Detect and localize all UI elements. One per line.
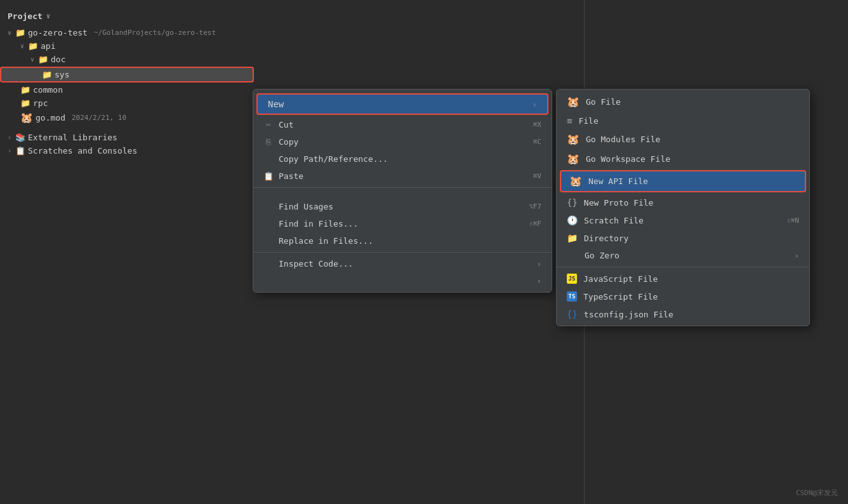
gopher-icon-go-workspace: 🐹	[567, 153, 580, 165]
submenu-item-typescript[interactable]: TS TypeScript File	[557, 288, 809, 305]
new-proto-label: New Proto File	[584, 198, 654, 208]
folder-icon-rpc: 📁	[20, 98, 30, 108]
submenu-item-file[interactable]: ≡ File	[557, 112, 809, 129]
directory-folder-icon: 📁	[567, 233, 578, 243]
paste-label: Paste	[279, 171, 303, 181]
gopher-icon-api-file: 🐹	[569, 175, 582, 187]
new-menu-wrapper: New ›	[255, 93, 550, 115]
tsconfig-label: tsconfig.json File	[584, 310, 673, 319]
copy-icon: ⎘	[263, 137, 274, 147]
folder-icon: 📁	[15, 28, 25, 37]
paste-icon: 📋	[263, 171, 274, 181]
context-menu: New › ✂ Cut ⌘X ⎘ Copy ⌘C Copy Path/Refer…	[253, 89, 552, 293]
submenu-item-directory[interactable]: 📁 Directory	[557, 229, 809, 247]
file-label: File	[578, 116, 598, 126]
tree-item-gomod[interactable]: 🐹 go.mod 2024/2/21, 10	[0, 110, 254, 126]
scratch-icon: 🕐	[567, 215, 578, 225]
copy-label: Copy	[279, 137, 298, 147]
rpc-label: rpc	[33, 98, 48, 108]
new-label: New	[268, 99, 284, 109]
menu-item-refactor[interactable]: Inspect Code... ›	[253, 255, 552, 272]
submenu-item-go-workspace[interactable]: 🐹 Go Workspace File	[557, 149, 809, 169]
menu-item-copy-path[interactable]: Copy Path/Reference...	[253, 150, 552, 168]
menu-item-bookmarks[interactable]: ›	[253, 272, 552, 289]
replace-in-files-label: Find in Files...	[279, 219, 358, 229]
submenu-item-go-file[interactable]: 🐹 Go File	[557, 92, 809, 112]
folder-icon-sys: 📁	[42, 70, 52, 79]
ts-icon: TS	[567, 291, 577, 302]
menu-item-cut[interactable]: ✂ Cut ⌘X	[253, 116, 552, 133]
tree-item-doc[interactable]: ∨ 📁 doc	[0, 53, 254, 66]
sidebar-chevron[interactable]: ∨	[46, 12, 51, 20]
sidebar-header: Project ∨	[0, 6, 254, 26]
submenu-divider	[557, 267, 809, 267]
submenu-new: 🐹 Go File ≡ File 🐹 Go Modules File 🐹 Go …	[556, 89, 810, 326]
replace-in-files-shortcut: ⇧⌘F	[529, 220, 541, 228]
refactor-label: Inspect Code...	[279, 259, 353, 269]
tsconfig-icon: {}	[567, 309, 578, 319]
sys-label: sys	[55, 70, 69, 79]
gomod-label: go.mod	[36, 113, 65, 123]
new-api-file-wrapper: 🐹 New API File	[559, 170, 807, 192]
go-modules-label: Go Modules File	[586, 135, 660, 144]
copy-shortcut: ⌘C	[533, 138, 541, 146]
cut-icon: ✂	[263, 120, 274, 129]
menu-divider-2	[253, 252, 552, 253]
js-icon: JS	[567, 274, 577, 284]
gopher-icon-go-file: 🐹	[567, 96, 580, 108]
go-zero-arrow: ›	[794, 251, 799, 260]
gomod-meta: 2024/2/21, 10	[72, 114, 126, 122]
tree-item-scratches[interactable]: › 📋 Scratches and Consoles	[0, 144, 254, 157]
menu-item-inspect-code[interactable]: Replace in Files...	[253, 232, 552, 249]
tree-arrow-ext: ›	[8, 134, 11, 141]
gopher-icon-go-modules: 🐹	[567, 133, 580, 145]
file-lines-icon: ≡	[567, 116, 572, 126]
go-file-label: Go File	[586, 97, 621, 107]
new-submenu-arrow: ›	[532, 100, 537, 109]
tree-item-api[interactable]: ∨ 📁 api	[0, 39, 254, 53]
folder-icon-common: 📁	[20, 85, 30, 95]
gomod-gopher-icon: 🐹	[20, 112, 33, 124]
submenu-item-scratch-file[interactable]: 🕐 Scratch File ⇧⌘N	[557, 211, 809, 229]
scratch-file-label: Scratch File	[584, 216, 644, 225]
inspect-code-label: Replace in Files...	[279, 236, 373, 246]
menu-divider-1	[253, 187, 552, 188]
tree-item-project-root[interactable]: ∨ 📁 go-zero-test ~/GolandProjects/go-zer…	[0, 26, 254, 39]
api-label: api	[41, 41, 55, 51]
menu-item-find-usages[interactable]	[253, 190, 552, 198]
watermark: CSDN@宋发元	[796, 488, 838, 498]
proto-icon: {}	[567, 197, 578, 208]
tree-item-rpc[interactable]: 📁 rpc	[0, 96, 254, 110]
menu-item-copy[interactable]: ⎘ Copy ⌘C	[253, 133, 552, 150]
tree-arrow-scratch: ›	[8, 147, 11, 154]
submenu-item-javascript[interactable]: JS JavaScript File	[557, 270, 809, 288]
copy-path-label: Copy Path/Reference...	[279, 154, 388, 164]
folder-icon-api: 📁	[28, 41, 38, 51]
watermark-text: CSDN@宋发元	[796, 489, 838, 497]
cut-shortcut: ⌘X	[533, 121, 541, 129]
paste-shortcut: ⌘V	[533, 172, 541, 180]
tree-item-sys-wrapper: 📁 sys	[0, 67, 254, 83]
menu-item-paste[interactable]: 📋 Paste ⌘V	[253, 168, 552, 185]
submenu-item-go-modules[interactable]: 🐹 Go Modules File	[557, 129, 809, 149]
tree-item-external-libraries[interactable]: › 📚 External Libraries	[0, 131, 254, 144]
menu-item-replace-in-files[interactable]: Find in Files... ⇧⌘F	[253, 215, 552, 232]
typescript-label: TypeScript File	[583, 292, 658, 302]
sidebar-title: Project	[8, 11, 43, 21]
doc-label: doc	[51, 55, 65, 64]
submenu-item-go-zero[interactable]: Go Zero ›	[557, 247, 809, 264]
find-in-files-shortcut: ⌥F7	[529, 202, 541, 211]
submenu-item-new-proto-file[interactable]: {} New Proto File	[557, 194, 809, 211]
tree-arrow: ∨	[8, 29, 11, 36]
refactor-arrow: ›	[536, 259, 541, 269]
project-name: go-zero-test	[28, 28, 88, 37]
external-libraries-label: External Libraries	[28, 133, 117, 142]
tree-item-common[interactable]: 📁 common	[0, 83, 254, 96]
menu-item-new[interactable]: New ›	[256, 93, 548, 115]
directory-label: Directory	[584, 234, 628, 243]
submenu-item-new-api-file[interactable]: 🐹 New API File	[560, 170, 806, 192]
tree-item-sys[interactable]: 📁 sys	[0, 67, 254, 83]
submenu-item-tsconfig[interactable]: {} tsconfig.json File	[557, 305, 809, 323]
sidebar: Project ∨ ∨ 📁 go-zero-test ~/GolandProje…	[0, 0, 254, 504]
menu-item-find-in-files[interactable]: Find Usages ⌥F7	[253, 198, 552, 215]
